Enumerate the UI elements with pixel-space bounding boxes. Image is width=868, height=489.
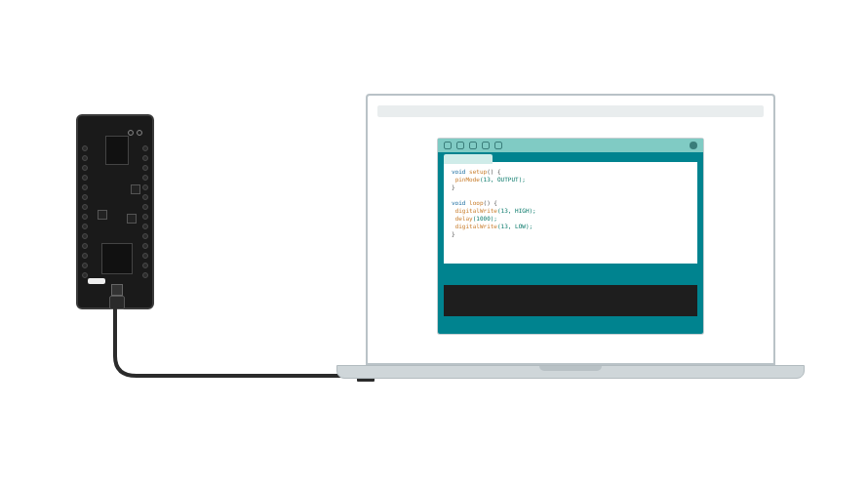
arduino-ide-window: void setup() { pinMode(13, OUTPUT); } vo… bbox=[438, 139, 703, 334]
laptop-notch bbox=[539, 366, 602, 371]
ide-tab-bar bbox=[438, 152, 703, 162]
usb-port bbox=[109, 296, 125, 309]
laptop-screen: void setup() { pinMode(13, OUTPUT); } vo… bbox=[366, 94, 775, 365]
os-dock-bar bbox=[377, 105, 764, 117]
code-editor: void setup() { pinMode(13, OUTPUT); } vo… bbox=[444, 162, 697, 264]
mcu-chip bbox=[101, 243, 133, 274]
ide-status-bar bbox=[444, 264, 697, 281]
rf-module-chip bbox=[105, 136, 129, 165]
smd-component bbox=[131, 184, 140, 194]
sketch-tab bbox=[444, 154, 493, 164]
smd-component bbox=[98, 210, 107, 220]
pin-header-right bbox=[142, 145, 148, 278]
laptop: void setup() { pinMode(13, OUTPUT); } vo… bbox=[336, 94, 805, 379]
ide-toolbar bbox=[438, 139, 703, 152]
pin-header-left bbox=[82, 145, 88, 278]
arduino-logo-icon bbox=[128, 130, 142, 136]
new-icon bbox=[469, 142, 477, 149]
save-icon bbox=[494, 142, 502, 149]
arduino-board bbox=[76, 114, 154, 309]
open-icon bbox=[482, 142, 490, 149]
laptop-base bbox=[336, 365, 805, 379]
status-led bbox=[88, 278, 105, 284]
smd-component bbox=[127, 214, 137, 224]
verify-icon bbox=[444, 142, 452, 149]
ide-console bbox=[444, 285, 697, 316]
upload-icon bbox=[456, 142, 464, 149]
diagram-stage: void setup() { pinMode(13, OUTPUT); } vo… bbox=[0, 0, 868, 489]
serial-monitor-icon bbox=[690, 142, 697, 149]
reset-button bbox=[111, 284, 123, 296]
ide-footer bbox=[438, 316, 703, 328]
